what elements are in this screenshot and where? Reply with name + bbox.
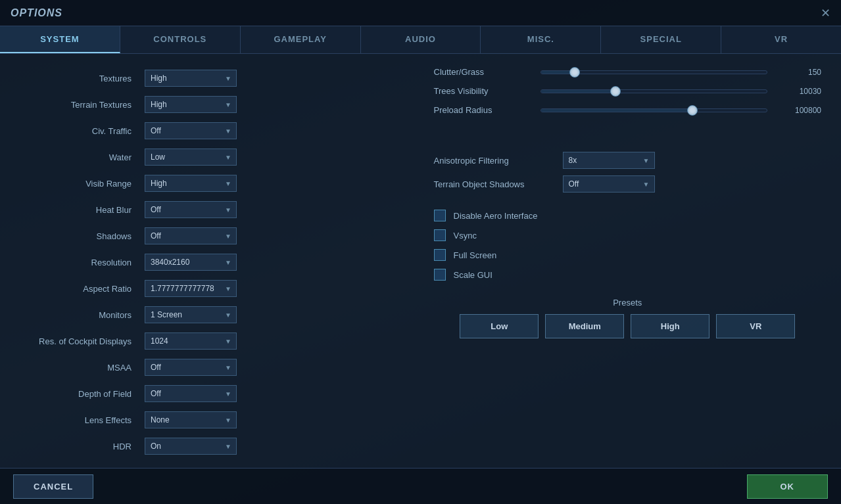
tab-vr[interactable]: VR [721,26,841,53]
select-anisotropic-filtering[interactable]: 1x2x4x8x16x [563,152,655,169]
ok-button[interactable]: OK [747,474,829,499]
slider-track[interactable] [541,70,768,74]
slider-track[interactable] [541,108,768,112]
select-wrapper: LowMediumHighUltra [145,96,237,113]
slider-row: Trees Visibility10030 [434,86,822,96]
checkbox-disable-aero-interface[interactable] [434,210,446,221]
slider-thumb[interactable] [610,86,621,97]
setting-row: MSAAOff2x4x8x [20,356,408,378]
slider-thumb[interactable] [687,105,698,116]
select-textures[interactable]: LowMediumHighUltra [145,70,237,87]
preset-button-medium[interactable]: Medium [545,314,624,338]
dropdown-label-terrain-object-shadows: Terrain Object Shadows [434,179,552,189]
select-wrapper: OffLowMediumHigh [563,175,655,193]
setting-label-aspect-ratio: Aspect Ratio [20,284,138,294]
checkbox-scale-gui[interactable] [434,269,446,281]
checkbox-label: Scale GUI [454,270,493,280]
tab-misc[interactable]: MISC. [481,26,601,53]
select-water[interactable]: LowMediumHigh [145,149,237,166]
tab-special[interactable]: SPECIAL [601,26,721,53]
left-panel: TexturesLowMediumHighUltraTerrain Textur… [20,67,408,455]
tab-bar: SYSTEM CONTROLS GAMEPLAY AUDIO MISC. SPE… [0,26,841,54]
checkbox-row[interactable]: Scale GUI [434,269,822,281]
setting-row: Monitors1 Screen2 Screens3 Screens [20,304,408,326]
select-wrapper: LowMediumHighUltra [145,70,237,87]
setting-row: ShadowsOffLowMediumHigh [20,225,408,247]
content-area: TexturesLowMediumHighUltraTerrain Textur… [0,54,841,468]
presets-buttons: LowMediumHighVR [460,314,795,338]
select-lens-effects[interactable]: NoneLowHigh [145,411,237,428]
setting-label-lens-effects: Lens Effects [20,415,138,425]
select-monitors[interactable]: 1 Screen2 Screens3 Screens [145,306,237,323]
select-wrapper: 1 Screen2 Screens3 Screens [145,306,237,323]
checkbox-row[interactable]: Vsync [434,229,822,241]
setting-row: Res. of Cockpit Displays51210242048 [20,330,408,352]
select-wrapper: 1.77777777777781.61.3333 [145,280,237,297]
slider-row: Clutter/Grass150 [434,67,822,77]
title-bar: OPTIONS ✕ [0,0,841,26]
cancel-button[interactable]: CANCEL [13,474,93,499]
tab-gameplay[interactable]: GAMEPLAY [241,26,361,53]
preset-button-vr[interactable]: VR [716,314,795,338]
select-depth-of-field[interactable]: OffOn [145,385,237,402]
setting-label-water: Water [20,152,138,162]
select-hdr[interactable]: OffOn [145,438,237,455]
checkbox-row[interactable]: Disable Aero Interface [434,210,822,221]
close-button[interactable]: ✕ [821,7,830,19]
setting-label-depth-of-field: Depth of Field [20,389,138,399]
select-heat-blur[interactable]: OffOn [145,201,237,218]
dialog-title: OPTIONS [11,7,62,19]
presets-section: Presets LowMediumHighVR [434,298,822,338]
setting-label-civ.-traffic: Civ. Traffic [20,126,138,136]
preset-button-high[interactable]: High [631,314,709,338]
slider-thumb[interactable] [569,67,580,78]
setting-row: Resolution1920x10802560x14403840x2160 [20,251,408,273]
slider-value: 100800 [775,106,821,115]
footer: CANCEL OK [0,468,841,504]
setting-label-visib-range: Visib Range [20,179,138,189]
select-msaa[interactable]: Off2x4x8x [145,359,237,376]
tab-controls[interactable]: CONTROLS [120,26,241,53]
slider-label-preload-radius: Preload Radius [434,105,533,115]
select-civ.-traffic[interactable]: OffLowMediumHigh [145,122,237,139]
slider-fill [541,109,692,112]
right-panel: Clutter/Grass150Trees Visibility10030Pre… [434,67,822,455]
checkbox-section: Disable Aero InterfaceVsyncFull ScreenSc… [434,210,822,281]
select-wrapper: 51210242048 [145,332,237,350]
dropdown-label-anisotropic-filtering: Anisotropic Filtering [434,156,552,166]
select-wrapper: LowMediumHigh [145,149,237,166]
slider-label-trees-visibility: Trees Visibility [434,86,533,96]
select-aspect-ratio[interactable]: 1.77777777777781.61.3333 [145,280,237,297]
select-wrapper: LowMediumHighUltra [145,175,237,192]
select-res.-of-cockpit-displays[interactable]: 51210242048 [145,332,237,350]
setting-row: Civ. TrafficOffLowMediumHigh [20,120,408,142]
select-wrapper: Off2x4x8x [145,359,237,376]
select-terrain-textures[interactable]: LowMediumHighUltra [145,96,237,113]
setting-label-res.-of-cockpit-displays: Res. of Cockpit Displays [20,336,138,346]
setting-row: TexturesLowMediumHighUltra [20,67,408,89]
select-terrain-object-shadows[interactable]: OffLowMediumHigh [563,175,655,193]
setting-row: Lens EffectsNoneLowHigh [20,409,408,431]
select-visib-range[interactable]: LowMediumHighUltra [145,175,237,192]
slider-value: 150 [775,68,821,77]
select-shadows[interactable]: OffLowMediumHigh [145,227,237,244]
checkbox-label: Disable Aero Interface [454,211,538,221]
tab-system[interactable]: SYSTEM [0,26,120,53]
checkbox-row[interactable]: Full Screen [434,249,822,261]
select-wrapper: OffOn [145,201,237,218]
checkbox-full-screen[interactable] [434,249,446,261]
right-dropdown-section: Anisotropic Filtering1x2x4x8x16xTerrain … [434,152,822,193]
setting-label-terrain-textures: Terrain Textures [20,100,138,110]
dropdown-row: Anisotropic Filtering1x2x4x8x16x [434,152,822,169]
checkbox-vsync[interactable] [434,229,446,241]
slider-track[interactable] [541,89,768,93]
setting-row: Terrain TexturesLowMediumHighUltra [20,93,408,116]
select-resolution[interactable]: 1920x10802560x14403840x2160 [145,254,237,271]
setting-row: HDROffOn [20,435,408,457]
setting-row: Aspect Ratio1.77777777777781.61.3333 [20,277,408,300]
tab-audio[interactable]: AUDIO [361,26,481,53]
slider-section: Clutter/Grass150Trees Visibility10030Pre… [434,67,822,115]
select-wrapper: 1920x10802560x14403840x2160 [145,254,237,271]
preset-button-low[interactable]: Low [460,314,539,338]
setting-label-hdr: HDR [20,442,138,451]
